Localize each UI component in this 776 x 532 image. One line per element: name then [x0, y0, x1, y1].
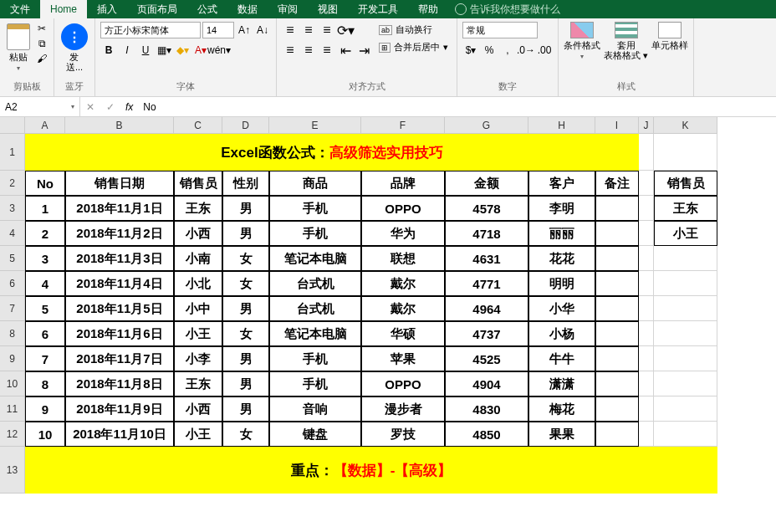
- table-cell[interactable]: 男: [222, 396, 269, 422]
- table-cell[interactable]: 手机: [269, 371, 361, 396]
- decrease-font-button[interactable]: A↓: [254, 22, 271, 38]
- cell[interactable]: [639, 271, 654, 296]
- table-cell[interactable]: [595, 346, 639, 371]
- table-cell[interactable]: 小北: [174, 271, 222, 296]
- table-cell[interactable]: 漫步者: [361, 396, 445, 422]
- table-cell[interactable]: 联想: [361, 246, 445, 271]
- orientation-button[interactable]: ⟳▾: [337, 22, 354, 38]
- cell[interactable]: [654, 271, 717, 296]
- decrease-decimal-button[interactable]: .00: [536, 42, 553, 59]
- tab-view[interactable]: 视图: [308, 0, 348, 18]
- name-box[interactable]: A2 ▾: [0, 97, 80, 116]
- table-cell[interactable]: 小王: [174, 422, 222, 447]
- table-cell[interactable]: 明明: [528, 271, 595, 296]
- cell[interactable]: [654, 321, 717, 346]
- row-header-10[interactable]: 10: [0, 371, 25, 396]
- table-cell[interactable]: 4737: [445, 321, 528, 346]
- tell-me[interactable]: 告诉我你想要做什么: [455, 0, 560, 18]
- table-cell[interactable]: 戴尔: [361, 296, 445, 321]
- col-header-A[interactable]: A: [25, 117, 65, 134]
- table-cell[interactable]: 2018年11月3日: [65, 246, 174, 271]
- table-cell[interactable]: 手机: [269, 221, 361, 246]
- table-cell[interactable]: 李明: [528, 196, 595, 221]
- table-cell[interactable]: [595, 196, 639, 221]
- col-header-G[interactable]: G: [445, 117, 528, 134]
- row-header-4[interactable]: 4: [0, 221, 25, 246]
- tab-home[interactable]: Home: [40, 0, 87, 18]
- cell[interactable]: 小王: [654, 221, 717, 246]
- table-cell[interactable]: 王东: [174, 371, 222, 396]
- table-cell[interactable]: 小华: [528, 296, 595, 321]
- row-header-5[interactable]: 5: [0, 246, 25, 271]
- fx-icon[interactable]: fx: [120, 101, 138, 113]
- cell[interactable]: [654, 396, 717, 422]
- comma-button[interactable]: ,: [499, 42, 516, 59]
- header-brand[interactable]: 品牌: [361, 171, 445, 196]
- table-cell[interactable]: 女: [222, 422, 269, 447]
- grid[interactable]: Excel函数公式：高级筛选实用技巧 No 销售日期 销售员 性别 商品 品牌 …: [25, 134, 717, 494]
- cell[interactable]: [639, 422, 654, 447]
- header-gender[interactable]: 性别: [222, 171, 269, 196]
- table-cell[interactable]: 丽丽: [528, 221, 595, 246]
- cell[interactable]: [654, 246, 717, 271]
- table-cell[interactable]: 果果: [528, 422, 595, 447]
- table-cell[interactable]: 笔记本电脑: [269, 246, 361, 271]
- table-cell[interactable]: 4: [25, 271, 65, 296]
- table-cell[interactable]: 男: [222, 196, 269, 221]
- increase-font-button[interactable]: A↑: [236, 22, 253, 38]
- table-cell[interactable]: 4771: [445, 271, 528, 296]
- table-cell[interactable]: [595, 221, 639, 246]
- align-bottom-button[interactable]: ≡: [319, 22, 335, 38]
- table-cell[interactable]: 2018年11月2日: [65, 221, 174, 246]
- table-cell[interactable]: 2018年11月9日: [65, 396, 174, 422]
- header-date[interactable]: 销售日期: [65, 171, 174, 196]
- table-cell[interactable]: 9: [25, 396, 65, 422]
- enter-button[interactable]: ✓: [100, 101, 120, 113]
- table-cell[interactable]: 小西: [174, 221, 222, 246]
- row-header-9[interactable]: 9: [0, 346, 25, 371]
- increase-decimal-button[interactable]: .0→: [518, 42, 534, 59]
- header-customer[interactable]: 客户: [528, 171, 595, 196]
- table-cell[interactable]: 花花: [528, 246, 595, 271]
- table-cell[interactable]: 4964: [445, 296, 528, 321]
- table-cell[interactable]: 女: [222, 321, 269, 346]
- tab-insert[interactable]: 插入: [87, 0, 127, 18]
- cell[interactable]: [639, 296, 654, 321]
- cell[interactable]: [654, 422, 717, 447]
- italic-button[interactable]: I: [119, 42, 135, 59]
- table-cell[interactable]: 2018年11月7日: [65, 346, 174, 371]
- table-cell[interactable]: 4525: [445, 346, 528, 371]
- table-cell[interactable]: 2018年11月4日: [65, 271, 174, 296]
- table-cell[interactable]: 4631: [445, 246, 528, 271]
- table-cell[interactable]: [595, 271, 639, 296]
- row-header-2[interactable]: 2: [0, 171, 25, 196]
- col-header-E[interactable]: E: [269, 117, 361, 134]
- row-header-11[interactable]: 11: [0, 396, 25, 422]
- cell[interactable]: [639, 321, 654, 346]
- table-cell[interactable]: 女: [222, 246, 269, 271]
- font-size-select[interactable]: [202, 22, 234, 38]
- cell[interactable]: [654, 134, 717, 171]
- table-cell[interactable]: 2018年11月6日: [65, 321, 174, 346]
- table-cell[interactable]: 牛牛: [528, 346, 595, 371]
- cell[interactable]: [654, 346, 717, 371]
- table-cell[interactable]: 键盘: [269, 422, 361, 447]
- col-header-D[interactable]: D: [222, 117, 269, 134]
- table-cell[interactable]: 男: [222, 221, 269, 246]
- row-header-13[interactable]: 13: [0, 447, 25, 494]
- table-cell[interactable]: 5: [25, 296, 65, 321]
- table-cell[interactable]: [595, 246, 639, 271]
- copy-button[interactable]: ⧉: [35, 37, 48, 50]
- row-header-3[interactable]: 3: [0, 196, 25, 221]
- indent-increase-button[interactable]: ⇥: [355, 42, 372, 59]
- tab-help[interactable]: 帮助: [408, 0, 448, 18]
- tab-formula[interactable]: 公式: [187, 0, 227, 18]
- header-product[interactable]: 商品: [269, 171, 361, 196]
- phonetic-button[interactable]: wén▾: [211, 42, 227, 59]
- tab-review[interactable]: 审阅: [268, 0, 308, 18]
- table-cell[interactable]: OPPO: [361, 371, 445, 396]
- table-cell[interactable]: 8: [25, 371, 65, 396]
- format-painter-button[interactable]: 🖌: [35, 52, 48, 65]
- table-cell[interactable]: 台式机: [269, 271, 361, 296]
- cell[interactable]: [639, 196, 654, 221]
